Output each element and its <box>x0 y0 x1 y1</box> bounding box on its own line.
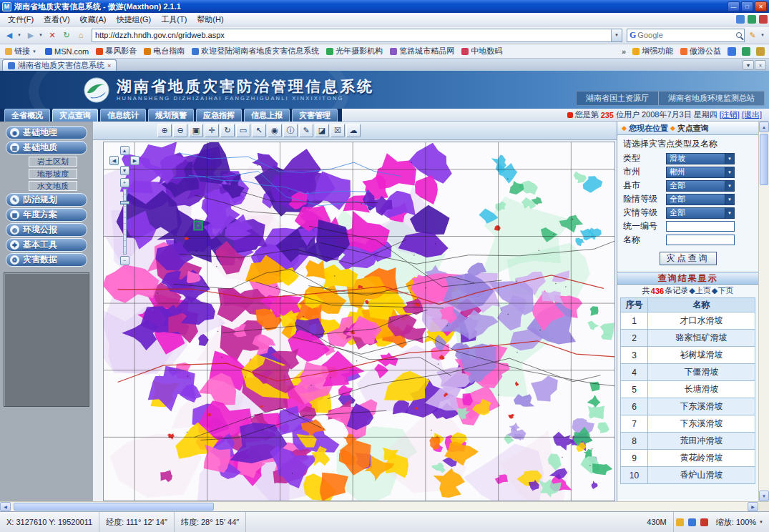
logout-link[interactable]: [注销] <box>720 109 740 120</box>
table-row[interactable]: 4下僵滑坡 <box>621 364 755 381</box>
dropdown-arrow-icon[interactable]: ▼ <box>725 154 734 164</box>
pan-down-icon[interactable]: ▼ <box>120 166 129 175</box>
proxy-icon[interactable] <box>742 47 750 56</box>
sidebar-item-basic-tools[interactable]: ✚ 基本工具 <box>6 238 87 252</box>
pointer-icon[interactable]: ↖ <box>252 124 266 137</box>
link-enhance[interactable]: 增强功能 <box>630 46 675 56</box>
prev-page-link[interactable]: ◆上页 <box>689 285 710 296</box>
measure-icon[interactable]: ✎ <box>299 124 313 137</box>
back-icon[interactable]: ◀ <box>3 29 16 41</box>
links-overflow-icon[interactable]: » <box>620 47 627 56</box>
dropdown-arrow-icon[interactable]: ▼ <box>725 181 734 191</box>
sidebar-sub-rock-zoning[interactable]: 岩土区划 <box>29 157 77 167</box>
status-plugin-icon[interactable] <box>728 47 736 56</box>
sidebar-item-base-geography[interactable]: ◉ 基础地理 <box>6 126 87 139</box>
scroll-down-icon[interactable]: ▼ <box>759 491 769 501</box>
pan-left-icon[interactable]: ◀ <box>109 156 119 165</box>
tab-list-icon[interactable]: ▼ <box>743 60 754 70</box>
table-row[interactable]: 1才口水滑坡 <box>621 312 755 330</box>
menu-tools[interactable]: 工具(T) <box>156 14 192 26</box>
scroll-left-icon[interactable]: ◀ <box>0 502 11 511</box>
skin-icon[interactable] <box>736 15 745 24</box>
page-horizontal-scrollbar[interactable]: ◀ ▶ <box>0 501 769 511</box>
zoom-dropdown-icon[interactable]: ▼ <box>759 520 763 524</box>
menu-view[interactable]: 查看(V) <box>39 14 75 26</box>
link-radio-guide[interactable]: 电台指南 <box>142 46 187 56</box>
forward-dropdown-icon[interactable]: ▼ <box>39 33 44 37</box>
address-dropdown-icon[interactable]: ▼ <box>611 29 622 41</box>
scroll-right-icon[interactable]: ▶ <box>748 502 758 511</box>
scroll-up-icon[interactable]: ▲ <box>759 122 769 132</box>
dropdown-arrow-icon[interactable]: ▼ <box>725 167 734 177</box>
address-input[interactable] <box>92 31 611 39</box>
full-extent-icon[interactable]: ▣ <box>189 124 203 137</box>
link-baofeng[interactable]: 暴风影音 <box>94 46 139 56</box>
link-photo-agency[interactable]: 光年摄影机构 <box>324 46 385 56</box>
pan-up-icon[interactable]: ▲ <box>120 146 129 155</box>
pan-icon[interactable]: ✛ <box>205 124 219 137</box>
page-tab[interactable]: 湖南省地质灾害信息系统 × <box>2 59 117 71</box>
county-select[interactable]: 全部 ▼ <box>666 180 735 192</box>
tab-statistics[interactable]: 信息统计 <box>100 109 146 122</box>
forward-icon[interactable]: ▶ <box>24 29 37 41</box>
next-page-link[interactable]: ◆下页 <box>712 285 733 296</box>
notes-icon[interactable] <box>756 47 765 56</box>
zoom-out-icon[interactable]: ⊖ <box>173 124 187 137</box>
geological-map-canvas[interactable]: ▲ ◀ ▶ ▼ + − <box>103 142 615 501</box>
home-icon[interactable]: ⌂ <box>74 29 87 41</box>
tab-emergency-command[interactable]: 应急指挥 <box>196 109 242 122</box>
search-icon[interactable] <box>736 32 742 38</box>
back-dropdown-icon[interactable]: ▼ <box>17 33 23 37</box>
sidebar-item-hazard-data[interactable]: ❂ 灾害数据 <box>6 253 87 267</box>
search-input[interactable] <box>637 31 735 39</box>
page-vertical-scrollbar[interactable]: ▲ ▼ <box>758 122 769 501</box>
menu-favorites[interactable]: 收藏(A) <box>75 14 112 26</box>
tab-hazard-management[interactable]: 灾害管理 <box>292 109 338 122</box>
table-row[interactable]: 7下东溪滑坡 <box>621 415 755 433</box>
info-icon[interactable]: ⓘ <box>283 124 298 137</box>
identify-icon[interactable]: ◉ <box>268 124 282 137</box>
exit-link[interactable]: [退出] <box>742 109 762 120</box>
dropdown-arrow-icon[interactable]: ▼ <box>725 194 734 205</box>
type-select[interactable]: 滑坡 ▼ <box>666 153 735 164</box>
risk-level-select[interactable]: 全部 ▼ <box>666 194 735 205</box>
horizontal-scroll-thumb[interactable] <box>14 503 214 511</box>
disaster-level-select[interactable]: 全部 ▼ <box>666 207 735 219</box>
zoom-level-control[interactable]: 缩放: 100% ▼ <box>710 512 769 532</box>
menu-help[interactable]: 帮助(H) <box>192 14 228 26</box>
sidebar-sub-terrain-slope[interactable]: 地形坡度 <box>29 169 77 179</box>
horizontal-scroll-track[interactable] <box>11 502 748 511</box>
sidebar-item-environment-bulletin[interactable]: ◍ 环境公报 <box>6 223 87 237</box>
link-geo-env-station[interactable]: 湖南省地质环境监测总站 <box>658 92 764 105</box>
link-msn[interactable]: MSN.com <box>43 47 91 56</box>
eraser-icon[interactable]: ◪ <box>315 124 329 137</box>
select-rect-icon[interactable]: ▭ <box>236 124 250 137</box>
uniform-code-input[interactable] <box>666 221 735 232</box>
tab-province-overview[interactable]: 全省概况 <box>4 109 50 122</box>
link-maxthon-charity[interactable]: 傲游公益 <box>678 46 723 56</box>
toolbar-overflow-icon[interactable]: ▼ <box>760 33 766 37</box>
table-row[interactable]: 3衫树垅滑坡 <box>621 347 755 364</box>
tab-info-report[interactable]: 信息上报 <box>244 109 290 122</box>
plugin-icon[interactable] <box>748 15 756 24</box>
link-city-boutique[interactable]: 览路城市精品网 <box>388 46 456 56</box>
name-input[interactable] <box>666 235 735 245</box>
highlight-icon[interactable]: ✎ <box>746 29 759 41</box>
dropdown-arrow-icon[interactable]: ▼ <box>725 208 734 218</box>
tab-bar-close-icon[interactable]: × <box>755 60 766 70</box>
minimize-button[interactable]: — <box>728 1 740 11</box>
sidebar-item-prevention-planning[interactable]: ✎ 防治规划 <box>6 193 87 207</box>
refresh-icon[interactable]: ↻ <box>60 29 73 41</box>
stop-icon[interactable]: ✕ <box>46 29 59 41</box>
tab-hazard-query[interactable]: 灾点查询 <box>52 109 98 122</box>
zoom-in-icon[interactable]: ⊕ <box>157 124 172 137</box>
zoom-slider-track[interactable] <box>123 189 127 255</box>
close-button[interactable]: ✕ <box>755 1 767 11</box>
menu-file[interactable]: 文件(F) <box>3 14 39 26</box>
links-folder[interactable]: 链接 ▼ <box>3 46 40 56</box>
pan-right-icon[interactable]: ▶ <box>130 156 139 165</box>
slider-zoom-out-icon[interactable]: − <box>120 256 129 265</box>
weather-icon[interactable]: ☁ <box>346 124 361 137</box>
clear-icon[interactable]: ☒ <box>330 124 345 137</box>
table-row[interactable]: 8荒田冲滑坡 <box>621 433 755 450</box>
